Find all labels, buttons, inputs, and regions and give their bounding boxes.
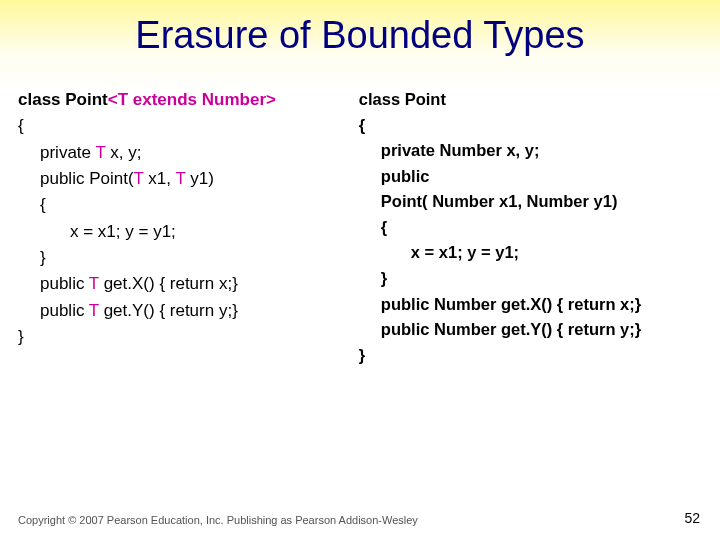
slide-title: Erasure of Bounded Types [0, 0, 720, 57]
code-line: class Point [359, 87, 702, 113]
code-line: public T get.X() { return x;} [18, 271, 345, 297]
page-number: 52 [684, 510, 700, 526]
code-line: public T get.Y() { return y;} [18, 298, 345, 324]
code-line: } [359, 266, 702, 292]
code-columns: class Point<T extends Number> { private … [0, 57, 720, 368]
code-line: { [359, 113, 702, 139]
type-param: T [89, 301, 99, 320]
code-line: class Point<T extends Number> [18, 87, 345, 113]
code-line: public Point(T x1, T y1) [18, 166, 345, 192]
code-line: private T x, y; [18, 140, 345, 166]
code-line: { [359, 215, 702, 241]
code-text: class Point [18, 90, 108, 109]
type-param: T [95, 143, 105, 162]
type-param: T [134, 169, 144, 188]
code-right-erased: class Point { private Number x, y; publi… [359, 87, 702, 368]
code-line: } [18, 245, 345, 271]
code-text: x, y; [106, 143, 142, 162]
code-text: get.X() { return x;} [99, 274, 238, 293]
code-line: public Number get.X() { return x;} [359, 292, 702, 318]
code-line: x = x1; y = y1; [18, 219, 345, 245]
type-param: T [175, 169, 185, 188]
code-line: public [359, 164, 702, 190]
code-line: public Number get.Y() { return y;} [359, 317, 702, 343]
type-param: T [89, 274, 99, 293]
generic-param: <T extends Number> [108, 90, 276, 109]
code-line: Point( Number x1, Number y1) [359, 189, 702, 215]
code-text: get.Y() { return y;} [99, 301, 238, 320]
code-line: { [18, 113, 345, 139]
slide: Erasure of Bounded Types class Point<T e… [0, 0, 720, 540]
code-text: x1, [144, 169, 176, 188]
code-line: } [18, 324, 345, 350]
code-text: public Point( [40, 169, 134, 188]
code-line: } [359, 343, 702, 369]
code-text: y1) [186, 169, 214, 188]
copyright-footer: Copyright © 2007 Pearson Education, Inc.… [18, 514, 418, 526]
code-left-generic: class Point<T extends Number> { private … [18, 87, 345, 368]
code-text: public [40, 274, 89, 293]
code-text: private [40, 143, 95, 162]
code-line: private Number x, y; [359, 138, 702, 164]
code-line: { [18, 192, 345, 218]
code-text: public [40, 301, 89, 320]
code-line: x = x1; y = y1; [359, 240, 702, 266]
